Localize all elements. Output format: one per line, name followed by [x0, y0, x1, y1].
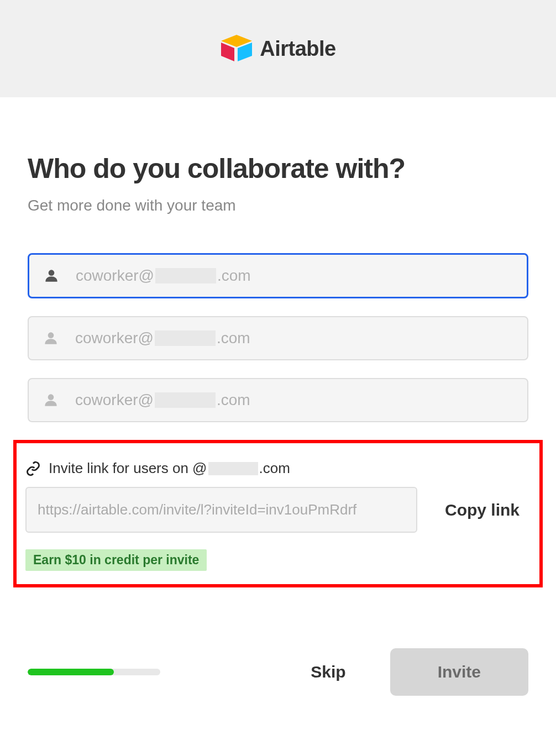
brand-name: Airtable — [260, 37, 335, 61]
logo: Airtable — [220, 35, 335, 62]
invite-link-section: Invite link for users on @ .com https://… — [13, 440, 543, 587]
person-icon — [42, 391, 60, 409]
placeholder-prefix: coworker@ — [76, 267, 154, 285]
link-icon — [25, 461, 41, 476]
email-input-3[interactable]: coworker@ .com — [28, 378, 528, 422]
copy-link-button[interactable]: Copy link — [434, 501, 531, 519]
email-placeholder-3: coworker@ .com — [75, 391, 250, 409]
svg-point-3 — [49, 270, 55, 276]
redacted-domain — [155, 330, 216, 346]
progress-fill — [28, 669, 114, 675]
invite-button[interactable]: Invite — [390, 648, 528, 696]
email-input-1[interactable]: coworker@ .com — [28, 253, 528, 298]
invite-link-label: Invite link for users on @ .com — [49, 460, 290, 477]
invite-link-row: https://airtable.com/invite/l?inviteId=i… — [25, 487, 531, 533]
placeholder-suffix: .com — [217, 329, 250, 347]
person-icon — [42, 329, 60, 347]
redacted-domain — [155, 392, 216, 408]
email-placeholder-2: coworker@ .com — [75, 329, 250, 347]
placeholder-prefix: coworker@ — [75, 391, 154, 409]
person-icon — [43, 267, 60, 285]
progress-bar — [28, 669, 160, 675]
credit-badge: Earn $10 in credit per invite — [25, 549, 207, 571]
footer: Skip Invite — [0, 648, 556, 696]
redacted-domain — [208, 462, 258, 475]
placeholder-suffix: .com — [217, 391, 250, 409]
placeholder-suffix: .com — [217, 267, 251, 285]
invite-label-suffix: .com — [259, 460, 290, 477]
svg-marker-1 — [221, 43, 234, 61]
main-content: Who do you collaborate with? Get more do… — [0, 97, 556, 615]
skip-button[interactable]: Skip — [311, 663, 345, 681]
airtable-logo-icon — [220, 35, 253, 62]
invite-label-prefix: Invite link for users on @ — [49, 460, 207, 477]
header: Airtable — [0, 0, 556, 97]
placeholder-prefix: coworker@ — [75, 329, 154, 347]
invite-url-input[interactable]: https://airtable.com/invite/l?inviteId=i… — [25, 487, 417, 533]
svg-point-5 — [48, 394, 54, 400]
invite-link-header: Invite link for users on @ .com — [25, 460, 531, 477]
page-heading: Who do you collaborate with? — [28, 153, 528, 185]
page-subheading: Get more done with your team — [28, 197, 528, 214]
redacted-domain — [155, 268, 216, 284]
footer-buttons: Skip Invite — [311, 648, 528, 696]
email-placeholder-1: coworker@ .com — [76, 267, 251, 285]
email-input-2[interactable]: coworker@ .com — [28, 316, 528, 360]
svg-point-4 — [48, 332, 54, 338]
